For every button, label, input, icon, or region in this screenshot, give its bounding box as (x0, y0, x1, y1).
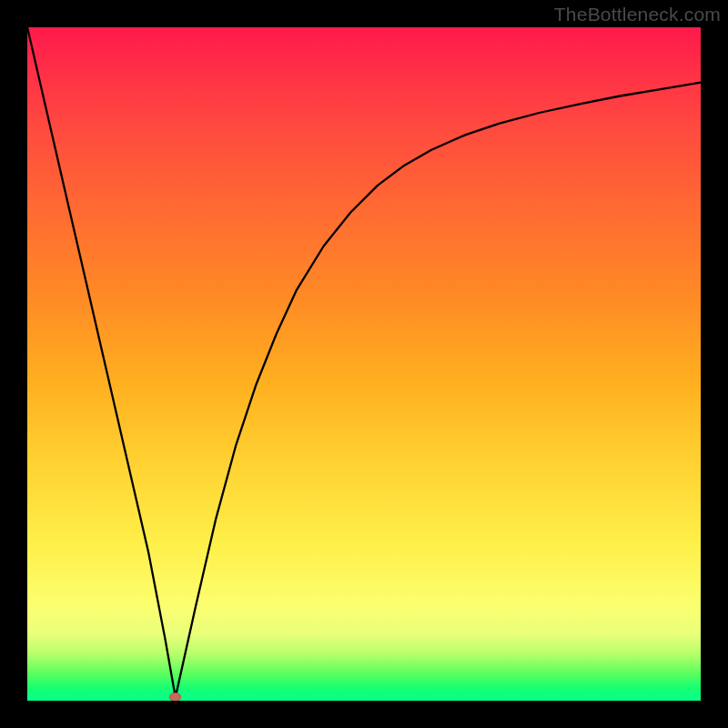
bottleneck-curve (27, 27, 701, 701)
chart-frame: TheBottleneck.com (0, 0, 728, 728)
watermark-label: TheBottleneck.com (554, 4, 721, 25)
plot-area (27, 27, 701, 701)
optimal-point-marker (169, 693, 181, 701)
